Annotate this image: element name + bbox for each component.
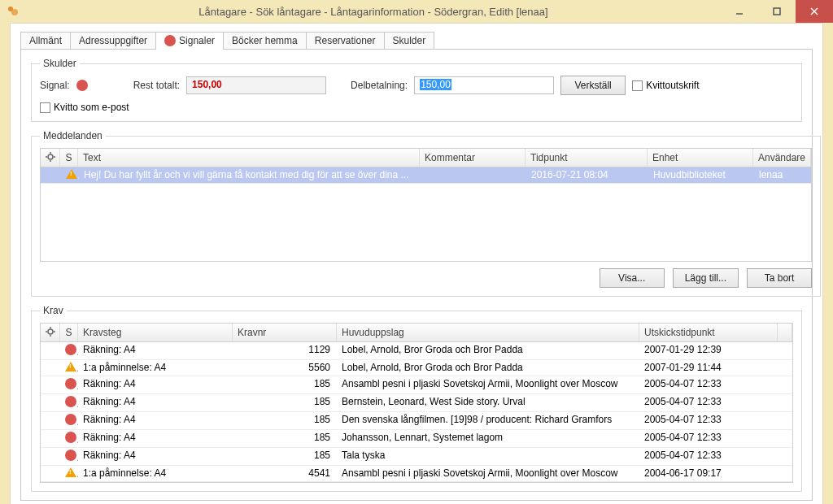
app-icon — [7, 5, 20, 18]
visa-button[interactable]: Visa... — [600, 268, 665, 288]
cell-kravsteg: Räkning: A4 — [78, 376, 233, 393]
krav-header: S Kravsteg Kravnr Huvuduppslag Utskickst… — [41, 324, 792, 342]
col-tidpunkt[interactable]: Tidpunkt — [526, 149, 648, 167]
cell-huvud: Lobel, Arnold, Bror Groda och Bror Padda — [337, 342, 639, 359]
verkstall-button[interactable]: Verkställ — [560, 76, 626, 95]
col-kravnr[interactable]: Kravnr — [233, 324, 337, 341]
gear-header[interactable] — [41, 324, 60, 341]
svg-point-11 — [48, 329, 53, 334]
col-s[interactable]: S — [60, 324, 78, 341]
krav-group: Krav S Kravsteg Kravnr Huvuduppslag Utsk… — [31, 305, 802, 492]
lagg-till-button[interactable]: Lägg till... — [673, 268, 739, 288]
skulder-legend: Skulder — [40, 58, 80, 69]
scrollbar-spacer — [778, 360, 792, 376]
cell-utskick: 2005-04-07 12:33 — [639, 430, 778, 447]
tab-bocker-hemma[interactable]: Böcker hemma — [223, 32, 307, 50]
cell-utskick: 2005-04-07 12:33 — [639, 394, 778, 411]
cell-kravsteg: Räkning: A4 — [78, 342, 233, 359]
ta-bort-button[interactable]: Ta bort — [747, 268, 812, 288]
cell-kravnr: 4541 — [233, 466, 337, 481]
scrollbar-spacer — [778, 342, 792, 359]
scrollbar-spacer — [778, 412, 792, 429]
minimize-button[interactable] — [721, 0, 758, 23]
row-gear-cell — [41, 412, 60, 429]
maximize-button[interactable] — [758, 0, 796, 23]
titlebar: Låntagare - Sök låntagare - Låntagarinfo… — [0, 0, 833, 23]
table-row[interactable]: Räkning: A41129Lobel, Arnold, Bror Groda… — [41, 342, 792, 360]
cell-utskick: 2007-01-29 12:39 — [639, 342, 778, 359]
table-row[interactable]: Räkning: A4185Ansambl pesni i pljaski So… — [41, 376, 792, 394]
col-s[interactable]: S — [60, 149, 78, 167]
cell-tid: 2016-07-21 08:04 — [526, 167, 648, 183]
kvitto-epost-label: Kvitto som e-post — [54, 102, 129, 113]
stop-icon — [65, 396, 76, 407]
table-row[interactable]: Räkning: A4185Bernstein, Leonard, West S… — [41, 394, 792, 412]
tab-bar: Allmänt Adressuppgifter Signaler Böcker … — [20, 32, 813, 50]
scrollbar-spacer — [778, 376, 792, 393]
table-row[interactable]: 1:a påminnelse: A44541Ansambl pesni i pl… — [41, 466, 792, 482]
row-gear-cell — [41, 167, 61, 183]
stop-icon — [164, 35, 176, 46]
row-icon-cell — [60, 466, 78, 481]
cell-utskick: 2005-04-07 12:33 — [639, 412, 778, 429]
table-row[interactable]: Hej! Du har fyllt år och vi vill gärna f… — [41, 167, 811, 184]
cell-kravsteg: Räkning: A4 — [78, 448, 233, 465]
meddelanden-legend: Meddelanden — [40, 130, 106, 141]
stop-icon — [65, 344, 76, 355]
krav-legend: Krav — [40, 305, 67, 316]
cell-huvud: Den svenska långfilmen. [19]98 / produce… — [337, 412, 639, 429]
gear-icon — [46, 327, 55, 337]
signal-stop-icon — [76, 80, 88, 91]
cell-anv: lenaa — [754, 167, 810, 183]
col-kravsteg[interactable]: Kravsteg — [78, 324, 233, 341]
checkbox-icon — [632, 80, 643, 91]
col-enhet[interactable]: Enhet — [648, 149, 753, 167]
table-row[interactable]: 1:a påminnelse: A45560Lobel, Arnold, Bro… — [41, 360, 792, 376]
cell-utskick: 2007-01-29 11:44 — [639, 360, 778, 376]
kvittoutskrift-label: Kvittoutskrift — [646, 80, 699, 91]
row-icon-cell — [60, 342, 78, 359]
window: Låntagare - Sök låntagare - Låntagarinfo… — [0, 0, 833, 504]
col-utskickstidpunkt[interactable]: Utskickstidpunkt — [639, 324, 778, 341]
kvitto-epost-checkbox[interactable]: Kvitto som e-post — [40, 102, 129, 113]
kvittoutskrift-checkbox[interactable]: Kvittoutskrift — [632, 80, 699, 91]
warn-icon — [65, 362, 76, 371]
cell-huvud: Ansambl pesni i pljaski Sovetskoj Armii,… — [337, 466, 639, 481]
tab-signaler[interactable]: Signaler — [155, 32, 224, 50]
gear-header[interactable] — [41, 149, 60, 167]
col-anvandare[interactable]: Användare — [753, 149, 811, 167]
cell-huvud: Bernstein, Leonard, West Side story. Urv… — [337, 394, 639, 411]
tab-panel-signaler: Skulder Signal: Rest totalt: 150,00 Delb… — [20, 49, 813, 501]
close-button[interactable] — [796, 0, 833, 23]
meddelanden-body: Hej! Du har fyllt år och vi vill gärna f… — [41, 167, 811, 184]
col-text[interactable]: Text — [78, 149, 420, 167]
tab-reservationer[interactable]: Reservationer — [306, 32, 385, 50]
cell-kravnr: 185 — [233, 448, 337, 465]
scrollbar-spacer — [778, 466, 792, 481]
window-controls — [721, 0, 833, 23]
row-gear-cell — [41, 448, 60, 465]
tab-adressuppgifter[interactable]: Adressuppgifter — [70, 32, 156, 50]
rest-totalt-label: Rest totalt: — [133, 80, 180, 91]
scrollbar-spacer — [778, 394, 792, 411]
signal-label: Signal: — [40, 80, 70, 91]
cell-huvud: Lobel, Arnold, Bror Groda och Bror Padda — [337, 360, 639, 376]
delbetalning-input[interactable]: 150,00 — [414, 76, 554, 94]
col-huvuduppslag[interactable]: Huvuduppslag — [337, 324, 639, 341]
krav-grid[interactable]: S Kravsteg Kravnr Huvuduppslag Utskickst… — [40, 323, 793, 483]
table-row[interactable]: Räkning: A4185Den svenska långfilmen. [1… — [41, 412, 792, 430]
row-gear-cell — [41, 342, 60, 359]
cell-kravnr: 5560 — [233, 360, 337, 376]
row-icon-cell — [60, 394, 78, 411]
table-row[interactable]: Räkning: A4185Tala tyska2005-04-07 12:33 — [41, 448, 792, 466]
cell-kommentar — [421, 167, 526, 183]
tab-allmant[interactable]: Allmänt — [20, 32, 71, 50]
warn-icon — [65, 467, 76, 477]
meddelanden-grid[interactable]: S Text Kommentar Tidpunkt Enhet Användar… — [40, 148, 812, 262]
col-kommentar[interactable]: Kommentar — [420, 149, 526, 167]
cell-text: Hej! Du har fyllt år och vi vill gärna f… — [79, 167, 421, 183]
table-row[interactable]: Räkning: A4185Johansson, Lennart, System… — [41, 430, 792, 448]
tab-skulder[interactable]: Skulder — [384, 32, 435, 50]
row-gear-cell — [41, 360, 60, 376]
client-area: Allmänt Adressuppgifter Signaler Böcker … — [10, 23, 823, 504]
